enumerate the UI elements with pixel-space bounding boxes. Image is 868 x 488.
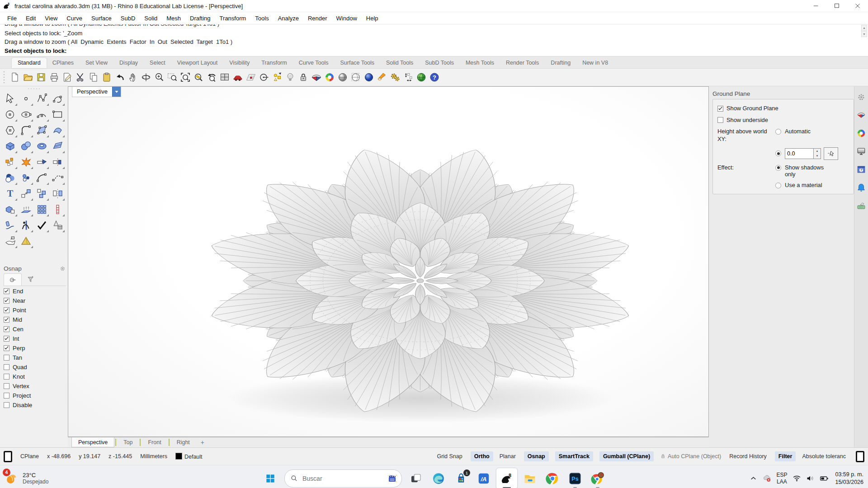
menu-item-drafting[interactable]: Drafting [185, 14, 215, 23]
trim-object-button[interactable] [34, 154, 50, 170]
close-button[interactable] [847, 0, 868, 12]
cut-button[interactable] [74, 70, 87, 84]
menu-item-transform[interactable]: Transform [215, 14, 251, 23]
weather-widget[interactable]: 4 23°C Despejado [0, 471, 108, 486]
osnap-quad-checkbox[interactable] [4, 364, 9, 370]
render-pie-panel-button[interactable] [855, 106, 867, 124]
menu-item-help[interactable]: Help [362, 14, 383, 23]
use-material-option[interactable]: Use a material [775, 182, 849, 188]
menu-item-view[interactable]: View [40, 14, 62, 23]
rotate-view-button[interactable] [139, 70, 152, 84]
status-smarttrack[interactable]: SmartTrack [555, 451, 593, 461]
height-value-input[interactable] [785, 148, 814, 159]
curve-handles-button[interactable] [50, 91, 66, 107]
surface-patch-button[interactable] [50, 138, 66, 154]
select-arrow-button[interactable] [2, 91, 18, 107]
render-cone-button[interactable] [310, 70, 323, 84]
edge-taskbar-button[interactable] [428, 468, 449, 488]
shaded-sphere-button[interactable] [336, 70, 349, 84]
ghosted-sphere-button[interactable] [349, 70, 362, 84]
app-a-taskbar-button[interactable]: /A [473, 468, 494, 488]
check-select-button[interactable] [34, 217, 50, 233]
cplane-grid-button[interactable] [244, 70, 257, 84]
pick-height-button[interactable] [824, 147, 838, 160]
torus-surface-button[interactable] [34, 138, 50, 154]
osnap-row-quad[interactable]: Quad [4, 362, 66, 371]
zoom-window-button[interactable] [165, 70, 179, 84]
curved-surface-button[interactable] [50, 122, 66, 138]
viewport-tab-front[interactable]: Front [142, 437, 167, 447]
automatic-option[interactable]: Automatic [775, 128, 849, 143]
left-panel-toggle-icon[interactable] [4, 451, 12, 462]
toolbar-tab-surface-tools[interactable]: Surface Tools [334, 58, 380, 68]
copy-button[interactable] [87, 70, 100, 84]
osnap-gear-icon[interactable] [59, 265, 66, 272]
command-area[interactable]: Drag a window to zoom ( All Dynamic Exte… [0, 24, 868, 56]
move-object-button[interactable] [18, 186, 34, 202]
box-corner-button[interactable] [2, 138, 18, 154]
start-button[interactable] [260, 468, 281, 488]
maximize-button[interactable] [826, 0, 847, 12]
automatic-radio[interactable] [775, 129, 781, 135]
web-globe-button[interactable] [415, 70, 428, 84]
display-monitor-panel-button[interactable] [855, 142, 867, 160]
taskbar-search[interactable] [284, 469, 402, 488]
spotlight-button[interactable] [375, 70, 388, 84]
toolbar-tab-mesh-tools[interactable]: Mesh Tools [460, 58, 500, 68]
gift-hand-button[interactable] [2, 233, 18, 249]
menu-item-solid[interactable]: Solid [140, 14, 162, 23]
menu-item-analyze[interactable]: Analyze [274, 14, 303, 23]
osnap-row-cen[interactable]: Cen [4, 324, 66, 333]
rhino-taskbar-button[interactable]: 8 [496, 468, 518, 488]
circle-center-button[interactable] [2, 107, 18, 122]
toolbar-tab-set-view[interactable]: Set View [80, 58, 113, 68]
flow-along-curve-button[interactable] [2, 217, 18, 233]
surface-from-points-button[interactable] [34, 122, 50, 138]
wifi-icon[interactable] [790, 469, 803, 488]
osnap-row-disable[interactable]: Disable [4, 400, 66, 409]
osnap-end-checkbox[interactable] [4, 288, 9, 294]
command-scrollbar[interactable]: ▲ ▼ [861, 25, 867, 38]
height-spinner[interactable]: ▲▼ [814, 148, 821, 159]
osnap-row-mid[interactable]: Mid [4, 315, 66, 324]
sign-document-button[interactable] [61, 70, 74, 84]
undo-view-change-button[interactable] [205, 70, 218, 84]
menu-item-edit[interactable]: Edit [21, 14, 40, 23]
status-grid-snap[interactable]: Grid Snap [437, 453, 462, 460]
status-record-history[interactable]: Record History [729, 453, 767, 460]
search-input[interactable] [302, 474, 387, 483]
point-group-button[interactable] [18, 170, 34, 186]
toolbar-tab-solid-tools[interactable]: Solid Tools [380, 58, 419, 68]
status-millimeters[interactable]: Millimeters [140, 453, 167, 460]
mirror-object-button[interactable] [50, 186, 66, 202]
show-underside-checkbox[interactable] [717, 117, 723, 123]
menu-item-file[interactable]: File [3, 14, 21, 23]
status-gumball-cplane[interactable]: Gumball (CPlane) [599, 451, 654, 461]
text-object-button[interactable]: T [2, 186, 18, 202]
scroll-down-icon[interactable]: ▼ [861, 31, 867, 37]
viewport-tab-perspective[interactable]: Perspective [71, 437, 114, 447]
menu-item-subd[interactable]: SubD [116, 14, 140, 23]
viewport-menu-dropdown[interactable] [112, 87, 121, 97]
task-view-taskbar-button[interactable] [406, 468, 426, 488]
show-underside-row[interactable]: Show underside [717, 117, 849, 124]
osnap-row-vertex[interactable]: Vertex [4, 381, 66, 390]
toolbar-tab-new-in-v8[interactable]: New in V8 [576, 58, 614, 68]
dimension-button[interactable] [401, 70, 415, 84]
shadows-only-option[interactable]: Show shadows only [775, 164, 849, 178]
save-file-button[interactable] [34, 70, 47, 84]
copy-object-button[interactable] [34, 186, 50, 202]
explode-burst-button[interactable] [18, 154, 34, 170]
osnap-int-checkbox[interactable] [4, 336, 9, 342]
blend-curve-button[interactable] [50, 170, 66, 186]
status-default[interactable]: Default [175, 453, 203, 460]
osnap-point-checkbox[interactable] [4, 307, 9, 313]
stretch-figure-button[interactable] [18, 217, 34, 233]
viewport-layout-button[interactable] [218, 70, 231, 84]
menu-item-surface[interactable]: Surface [87, 14, 116, 23]
toolbar-tab-transform[interactable]: Transform [255, 58, 293, 68]
status-auto-cplane-object[interactable]: Auto CPlane (Object) [660, 453, 721, 460]
toolbar-tab-viewport-layout[interactable]: Viewport Layout [171, 58, 223, 68]
right-panel-toggle-icon[interactable] [856, 451, 864, 462]
osnap-row-point[interactable]: Point [4, 305, 66, 314]
